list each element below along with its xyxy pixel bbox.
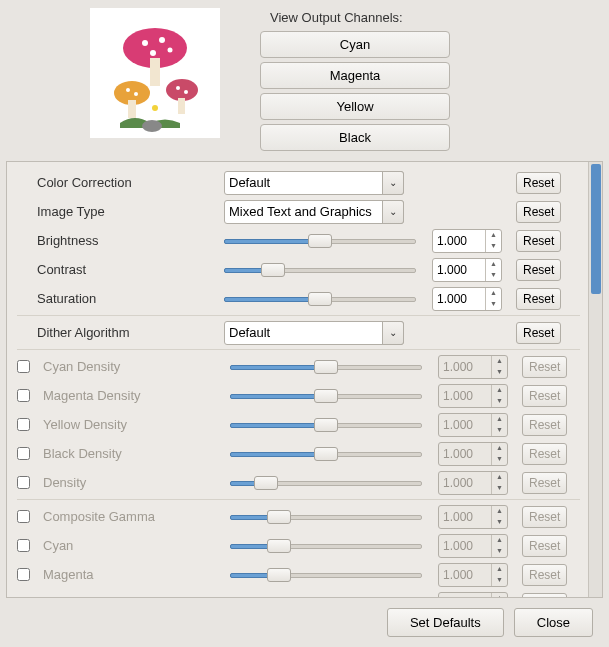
magenta-slider[interactable] (230, 566, 422, 584)
mushroom-illustration-icon (90, 8, 220, 138)
image-type-label: Image Type (17, 204, 218, 219)
svg-point-7 (126, 88, 130, 92)
svg-point-16 (152, 90, 158, 102)
cyan-label: Cyan (39, 538, 224, 553)
composite-gamma-checkbox[interactable] (17, 510, 30, 523)
dither-reset-button[interactable]: Reset (516, 322, 561, 344)
svg-point-20 (142, 120, 162, 132)
brightness-spinbox[interactable]: ▲▼ (432, 229, 502, 253)
magenta-reset-button: Reset (522, 564, 567, 586)
svg-point-2 (159, 37, 165, 43)
contrast-spinbox[interactable]: ▲▼ (432, 258, 502, 282)
cyan-reset-button: Reset (522, 535, 567, 557)
yellow-density-label: Yellow Density (39, 417, 224, 432)
svg-point-11 (176, 86, 180, 90)
svg-point-1 (142, 40, 148, 46)
composite-gamma-slider[interactable] (230, 508, 422, 526)
set-defaults-button[interactable]: Set Defaults (387, 608, 504, 637)
magenta-spinbox: ▲▼ (438, 563, 508, 587)
svg-point-4 (168, 48, 173, 53)
channel-magenta-button[interactable]: Magenta (260, 62, 450, 89)
composite-gamma-label: Composite Gamma (39, 509, 224, 524)
brightness-reset-button[interactable]: Reset (516, 230, 561, 252)
settings-panel: Color Correction Default ⌄ Reset Image T… (7, 162, 588, 597)
yellow-density-spinbox: ▲▼ (438, 413, 508, 437)
cyan-density-checkbox[interactable] (17, 360, 30, 373)
density-label: Density (39, 475, 224, 490)
yellow-label: Yellow (39, 596, 224, 597)
color-correction-reset-button[interactable]: Reset (516, 172, 561, 194)
image-type-reset-button[interactable]: Reset (516, 201, 561, 223)
svg-point-19 (161, 105, 173, 111)
brightness-label: Brightness (17, 233, 218, 248)
color-correction-label: Color Correction (17, 175, 218, 190)
black-density-slider[interactable] (230, 445, 422, 463)
svg-point-15 (152, 105, 158, 111)
yellow-density-slider[interactable] (230, 416, 422, 434)
dither-select[interactable]: Default (224, 321, 404, 345)
magenta-density-checkbox[interactable] (17, 389, 30, 402)
svg-point-8 (134, 92, 138, 96)
svg-rect-13 (178, 98, 185, 114)
svg-point-12 (184, 90, 188, 94)
svg-point-10 (166, 79, 198, 101)
yellow-density-reset-button: Reset (522, 414, 567, 436)
preview-thumbnail (90, 8, 220, 138)
saturation-spinbox[interactable]: ▲▼ (432, 287, 502, 311)
magenta-density-spinbox: ▲▼ (438, 384, 508, 408)
saturation-reset-button[interactable]: Reset (516, 288, 561, 310)
dither-label: Dither Algorithm (17, 325, 218, 340)
black-density-checkbox[interactable] (17, 447, 30, 460)
scrollbar-thumb[interactable] (591, 164, 601, 294)
svg-rect-9 (128, 100, 136, 118)
cyan-slider[interactable] (230, 537, 422, 555)
channel-cyan-button[interactable]: Cyan (260, 31, 450, 58)
composite-gamma-spinbox: ▲▼ (438, 505, 508, 529)
magenta-density-slider[interactable] (230, 387, 422, 405)
cyan-checkbox[interactable] (17, 539, 30, 552)
black-density-reset-button: Reset (522, 443, 567, 465)
magenta-density-label: Magenta Density (39, 388, 224, 403)
contrast-label: Contrast (17, 262, 218, 277)
cyan-density-spinbox: ▲▼ (438, 355, 508, 379)
density-slider[interactable] (230, 474, 422, 492)
channels-title: View Output Channels: (260, 10, 589, 25)
density-spinbox: ▲▼ (438, 471, 508, 495)
vertical-scrollbar[interactable] (588, 162, 602, 597)
black-density-spinbox: ▲▼ (438, 442, 508, 466)
contrast-reset-button[interactable]: Reset (516, 259, 561, 281)
channel-yellow-button[interactable]: Yellow (260, 93, 450, 120)
svg-point-18 (137, 105, 149, 111)
density-checkbox[interactable] (17, 476, 30, 489)
channel-black-button[interactable]: Black (260, 124, 450, 151)
cyan-density-slider[interactable] (230, 358, 422, 376)
contrast-slider[interactable] (224, 261, 416, 279)
magenta-density-reset-button: Reset (522, 385, 567, 407)
yellow-density-checkbox[interactable] (17, 418, 30, 431)
magenta-label: Magenta (39, 567, 224, 582)
yellow-reset-button: Reset (522, 593, 567, 598)
yellow-spinbox: ▲▼ (438, 592, 508, 598)
saturation-slider[interactable] (224, 290, 416, 308)
black-density-label: Black Density (39, 446, 224, 461)
cyan-spinbox: ▲▼ (438, 534, 508, 558)
svg-point-3 (150, 50, 156, 56)
magenta-checkbox[interactable] (17, 568, 30, 581)
yellow-slider[interactable] (230, 595, 422, 598)
density-reset-button: Reset (522, 472, 567, 494)
color-correction-select[interactable]: Default (224, 171, 404, 195)
image-type-select[interactable]: Mixed Text and Graphics (224, 200, 404, 224)
cyan-density-reset-button: Reset (522, 356, 567, 378)
saturation-label: Saturation (17, 291, 218, 306)
composite-gamma-reset-button: Reset (522, 506, 567, 528)
svg-rect-5 (150, 58, 160, 86)
cyan-density-label: Cyan Density (39, 359, 224, 374)
brightness-slider[interactable] (224, 232, 416, 250)
close-button[interactable]: Close (514, 608, 593, 637)
